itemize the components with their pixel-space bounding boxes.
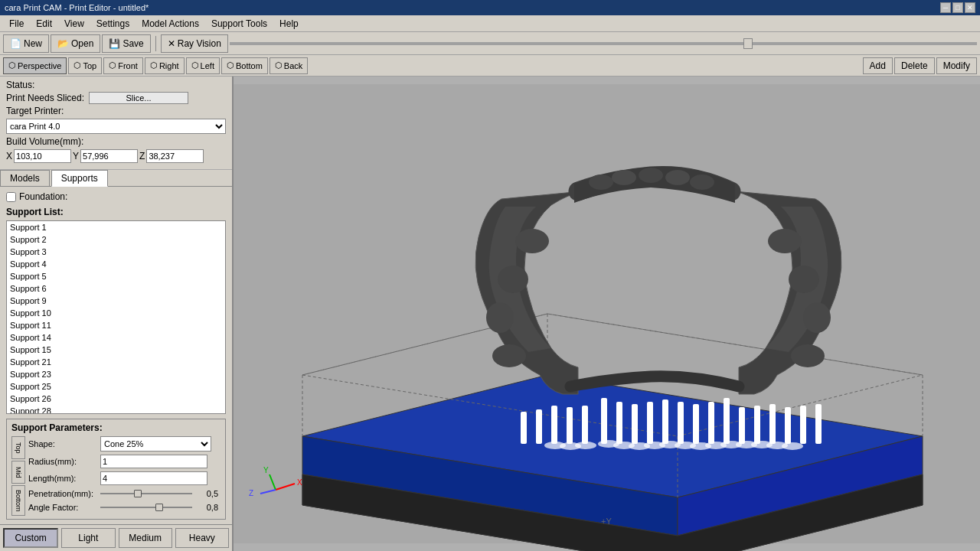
- view-perspective[interactable]: ⬡ Perspective: [3, 57, 67, 74]
- bottom-icon: ⬡: [227, 60, 234, 70]
- list-item[interactable]: Support 23: [7, 368, 225, 380]
- minimize-button[interactable]: ─: [940, 2, 951, 13]
- menu-support-tools[interactable]: Support Tools: [205, 17, 273, 31]
- close-button[interactable]: ✕: [965, 2, 975, 13]
- custom-button[interactable]: Custom: [3, 528, 58, 548]
- params-title: Support Parameters:: [11, 422, 220, 433]
- tab-bar: Models Supports: [0, 170, 232, 187]
- ray-vision-button[interactable]: ✕ Ray Vision: [161, 34, 228, 53]
- perspective-icon: ⬡: [8, 60, 16, 70]
- svg-point-57: [486, 302, 514, 333]
- length-input[interactable]: [100, 471, 207, 485]
- radius-label: Radius(mm):: [28, 457, 97, 466]
- ray-icon: ✕: [168, 38, 175, 49]
- list-item[interactable]: Support 1: [7, 221, 225, 233]
- slice-button[interactable]: Slice...: [89, 92, 188, 104]
- svg-point-54: [690, 174, 714, 190]
- list-item[interactable]: Support 6: [7, 282, 225, 295]
- x-input[interactable]: [14, 149, 71, 163]
- slider-thumb[interactable]: [743, 38, 753, 49]
- tab-supports[interactable]: Supports: [51, 170, 108, 187]
- svg-point-55: [515, 229, 549, 253]
- save-button[interactable]: 💾 Save: [102, 34, 150, 53]
- top-side-btn[interactable]: Top: [11, 436, 25, 459]
- foundation-label: Foundation:: [19, 191, 67, 202]
- maximize-button[interactable]: □: [952, 2, 963, 13]
- list-item[interactable]: Support 11: [7, 319, 225, 331]
- menu-edit[interactable]: Edit: [30, 17, 58, 31]
- penetration-thumb[interactable]: [134, 490, 142, 497]
- penetration-track: [100, 493, 192, 494]
- left-panel: Status: Print Needs Sliced: Slice... Tar…: [0, 77, 234, 551]
- list-item[interactable]: Support 5: [7, 270, 225, 282]
- list-item[interactable]: Support 2: [7, 233, 225, 246]
- tab-models[interactable]: Models: [0, 170, 50, 186]
- ray-vision-slider[interactable]: [230, 42, 977, 45]
- z-input[interactable]: [146, 149, 204, 163]
- angle-track: [100, 507, 192, 508]
- title-bar-buttons: ─ □ ✕: [940, 2, 975, 13]
- svg-rect-32: [800, 406, 806, 444]
- menu-settings[interactable]: Settings: [90, 17, 136, 31]
- printer-select[interactable]: cara Print 4.0 cara Print 3.0 cara Print…: [6, 119, 226, 134]
- svg-point-51: [612, 170, 636, 185]
- 3d-viewport[interactable]: X Y Z +Y: [234, 77, 980, 551]
- params-inner: Shape: Cone 25% Cone 50% Cylinder Rectan…: [28, 436, 220, 516]
- list-item[interactable]: Support 3: [7, 246, 225, 258]
- svg-rect-23: [582, 406, 588, 444]
- view-back[interactable]: ⬡ Back: [270, 57, 308, 74]
- menu-view[interactable]: View: [58, 17, 90, 31]
- list-item[interactable]: Support 4: [7, 258, 225, 270]
- angle-thumb[interactable]: [155, 504, 163, 511]
- radius-row: Radius(mm):: [28, 455, 220, 468]
- penetration-slider[interactable]: [100, 488, 192, 499]
- medium-button[interactable]: Medium: [119, 528, 172, 548]
- modify-button[interactable]: Modify: [936, 57, 977, 74]
- list-item[interactable]: Support 9: [7, 295, 225, 307]
- view-bottom[interactable]: ⬡ Bottom: [221, 57, 268, 74]
- list-item[interactable]: Support 14: [7, 331, 225, 344]
- main-toolbar: 📄 New 📂 Open 💾 Save ✕ Ray Vision: [0, 32, 980, 55]
- bottom-side-btn[interactable]: Bottom: [11, 485, 25, 516]
- mid-side-btn[interactable]: Mid: [11, 461, 25, 484]
- svg-point-62: [791, 344, 825, 367]
- heavy-button[interactable]: Heavy: [175, 528, 229, 548]
- list-item[interactable]: Support 15: [7, 344, 225, 356]
- menu-file[interactable]: File: [3, 17, 30, 31]
- open-button[interactable]: 📂 Open: [51, 34, 100, 53]
- shape-label: Shape:: [28, 439, 97, 448]
- view-right[interactable]: ⬡ Right: [145, 57, 185, 74]
- angle-factor-slider[interactable]: [100, 502, 192, 513]
- radius-input[interactable]: [100, 455, 207, 468]
- view-left[interactable]: ⬡ Left: [186, 57, 220, 74]
- y-input[interactable]: [80, 149, 138, 163]
- top-icon: ⬡: [74, 60, 81, 70]
- light-button[interactable]: Light: [61, 528, 115, 548]
- menu-help[interactable]: Help: [273, 17, 305, 31]
- support-parameters: Support Parameters: Top Mid Bottom Shape…: [6, 419, 226, 520]
- svg-rect-20: [693, 404, 699, 444]
- list-item[interactable]: Support 21: [7, 356, 225, 368]
- list-item[interactable]: Support 10: [7, 307, 225, 319]
- view-top[interactable]: ⬡ Top: [68, 57, 102, 74]
- length-row: Length(mm):: [28, 471, 220, 485]
- new-button[interactable]: 📄 New: [3, 34, 49, 53]
- svg-point-52: [639, 168, 663, 183]
- support-list[interactable]: Support 1 Support 2 Support 3 Support 4 …: [6, 220, 226, 414]
- foundation-checkbox[interactable]: [6, 192, 16, 202]
- view-front[interactable]: ⬡ Front: [103, 57, 143, 74]
- title-bar: cara Print CAM - Print Editor - untitled…: [0, 0, 980, 15]
- foundation-row: Foundation:: [6, 191, 226, 202]
- svg-rect-26: [739, 407, 745, 444]
- list-item[interactable]: Support 25: [7, 380, 225, 393]
- list-item[interactable]: Support 26: [7, 393, 225, 405]
- shape-select[interactable]: Cone 25% Cone 50% Cylinder Rectangle: [100, 436, 211, 452]
- svg-point-49: [782, 442, 803, 450]
- add-button[interactable]: Add: [863, 57, 893, 74]
- delete-button[interactable]: Delete: [894, 57, 935, 74]
- menu-model-actions[interactable]: Model Actions: [136, 17, 205, 31]
- slider-track: [230, 42, 977, 45]
- list-item[interactable]: Support 28: [7, 405, 225, 414]
- length-label: Length(mm):: [28, 474, 97, 483]
- view-toolbar: ⬡ Perspective ⬡ Top ⬡ Front ⬡ Right ⬡ Le…: [0, 55, 980, 77]
